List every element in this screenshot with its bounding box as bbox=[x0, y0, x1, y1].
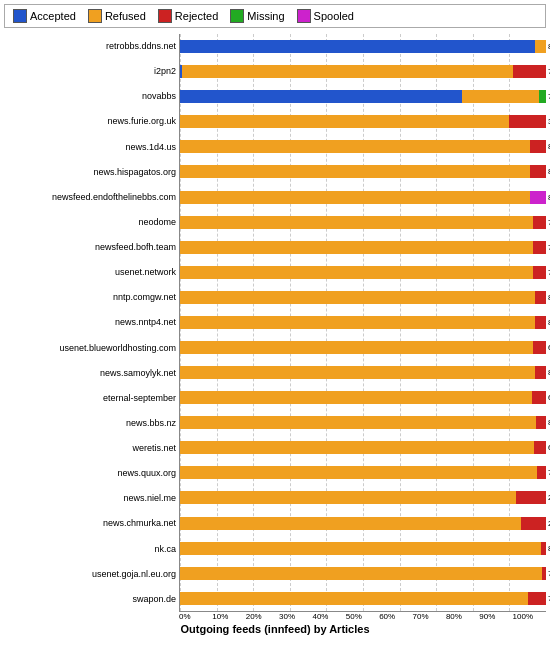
bar-segment bbox=[180, 416, 536, 429]
bar-row: 8202 247 bbox=[180, 288, 546, 306]
legend-item-refused: Refused bbox=[88, 9, 146, 23]
bar-segment bbox=[180, 542, 541, 555]
chart-body: retrobbs.ddns.neti2pn2novabbsnews.furie.… bbox=[0, 32, 550, 655]
bar-row: 6546 237 bbox=[180, 338, 546, 356]
bar-segment bbox=[180, 592, 528, 605]
legend-label: Rejected bbox=[175, 10, 218, 22]
bar-segment bbox=[180, 115, 509, 128]
bar-segment bbox=[509, 115, 546, 128]
bar-segment bbox=[180, 517, 521, 530]
bar-segment bbox=[180, 341, 533, 354]
bar-segment bbox=[530, 140, 546, 153]
legend-item-rejected: Rejected bbox=[158, 9, 218, 23]
bar-row: 7760 277 bbox=[180, 238, 546, 256]
bar-row: 6143 210 bbox=[180, 439, 546, 457]
bar-row: 7994 274 bbox=[180, 263, 546, 281]
legend-label: Refused bbox=[105, 10, 146, 22]
bar-segment bbox=[180, 291, 535, 304]
bar-segment bbox=[535, 40, 546, 53]
bar-segment bbox=[533, 216, 546, 229]
y-label: nk.ca bbox=[154, 540, 176, 558]
bar-segment bbox=[180, 266, 533, 279]
x-axis-tick: 10% bbox=[212, 612, 245, 621]
bar-segment bbox=[180, 216, 533, 229]
chart-container: AcceptedRefusedRejectedMissingSpooled re… bbox=[0, 0, 550, 655]
bar-segment bbox=[532, 391, 546, 404]
y-label: retrobbs.ddns.net bbox=[106, 38, 176, 56]
bar-segment bbox=[535, 291, 546, 304]
y-label: news.niel.me bbox=[123, 490, 176, 508]
y-label: eternal-september bbox=[103, 389, 176, 407]
bar-row: 6023 229 bbox=[180, 389, 546, 407]
x-axis-tick: 90% bbox=[479, 612, 512, 621]
y-label: usenet.network bbox=[115, 264, 176, 282]
x-axis-tick: 30% bbox=[279, 612, 312, 621]
bar-segment bbox=[536, 416, 546, 429]
legend-color bbox=[230, 9, 244, 23]
legend-item-missing: Missing bbox=[230, 9, 284, 23]
y-label: i2pn2 bbox=[154, 63, 176, 81]
bar-row: 7932 202 bbox=[180, 464, 546, 482]
bar-segment bbox=[535, 316, 546, 329]
bar-segment bbox=[541, 542, 546, 555]
y-label: news.bbs.nz bbox=[126, 414, 176, 432]
x-axis-tick: 20% bbox=[246, 612, 279, 621]
bar-segment bbox=[180, 466, 537, 479]
x-axis-tick: 70% bbox=[413, 612, 446, 621]
bar-segment bbox=[180, 191, 530, 204]
bar-segment bbox=[539, 90, 546, 103]
legend-color bbox=[13, 9, 27, 23]
bar-row: 8257 379 bbox=[180, 138, 546, 156]
bar-row: 2373 201 bbox=[180, 489, 546, 507]
bar-segment bbox=[534, 441, 546, 454]
bars-area: 8026 78367632 58637991 17713633 3978257 … bbox=[179, 34, 546, 612]
legend-label: Spooled bbox=[314, 10, 354, 22]
bar-row: 8286 230 bbox=[180, 364, 546, 382]
bar-row: 8265 379 bbox=[180, 163, 546, 181]
y-label: neodome bbox=[138, 213, 176, 231]
y-label: swapon.de bbox=[132, 590, 176, 608]
bar-row: 7632 5863 bbox=[180, 63, 546, 81]
y-label: nntp.comgw.net bbox=[113, 289, 176, 307]
bar-segment bbox=[180, 491, 516, 504]
y-label: news.hispagatos.org bbox=[93, 163, 176, 181]
y-label: weretis.net bbox=[132, 440, 176, 458]
legend-item-spooled: Spooled bbox=[297, 9, 354, 23]
legend-label: Missing bbox=[247, 10, 284, 22]
x-axis-tick: 100% bbox=[513, 612, 546, 621]
legend-color bbox=[88, 9, 102, 23]
bar-row: 8330 223 bbox=[180, 414, 546, 432]
y-label: newsfeed.endofthelinebbs.com bbox=[52, 188, 176, 206]
x-axis-tick: 40% bbox=[312, 612, 345, 621]
y-label: usenet.blueworldhosting.com bbox=[59, 339, 176, 357]
bar-segment bbox=[533, 341, 546, 354]
bar-segment bbox=[180, 567, 542, 580]
bar-row: 728 39 bbox=[180, 589, 546, 607]
y-label: usenet.goja.nl.eu.org bbox=[92, 565, 176, 583]
bar-segment bbox=[180, 40, 535, 53]
y-axis: retrobbs.ddns.neti2pn2novabbsnews.furie.… bbox=[4, 34, 179, 612]
bar-segment bbox=[542, 567, 546, 580]
legend-color bbox=[297, 9, 311, 23]
bar-segment bbox=[537, 466, 546, 479]
y-label: news.furie.org.uk bbox=[107, 113, 176, 131]
legend-color bbox=[158, 9, 172, 23]
bar-segment bbox=[180, 391, 532, 404]
bar-segment bbox=[462, 90, 539, 103]
x-axis-tick: 60% bbox=[379, 612, 412, 621]
bar-segment bbox=[180, 140, 530, 153]
bar-row: 2661 191 bbox=[180, 514, 546, 532]
bar-segment bbox=[513, 65, 546, 78]
bar-segment bbox=[180, 90, 462, 103]
y-label: news.quux.org bbox=[117, 465, 176, 483]
bar-row: 8026 7836 bbox=[180, 38, 546, 56]
bar-segment bbox=[530, 191, 546, 204]
y-label: novabbs bbox=[142, 88, 176, 106]
bar-segment bbox=[182, 65, 513, 78]
bar-segment bbox=[533, 241, 546, 254]
bar-row: 8159 360 bbox=[180, 188, 546, 206]
x-axis-tick: 50% bbox=[346, 612, 379, 621]
y-label: news.chmurka.net bbox=[103, 515, 176, 533]
y-label: news.nntp4.net bbox=[115, 314, 176, 332]
legend-item-accepted: Accepted bbox=[13, 9, 76, 23]
